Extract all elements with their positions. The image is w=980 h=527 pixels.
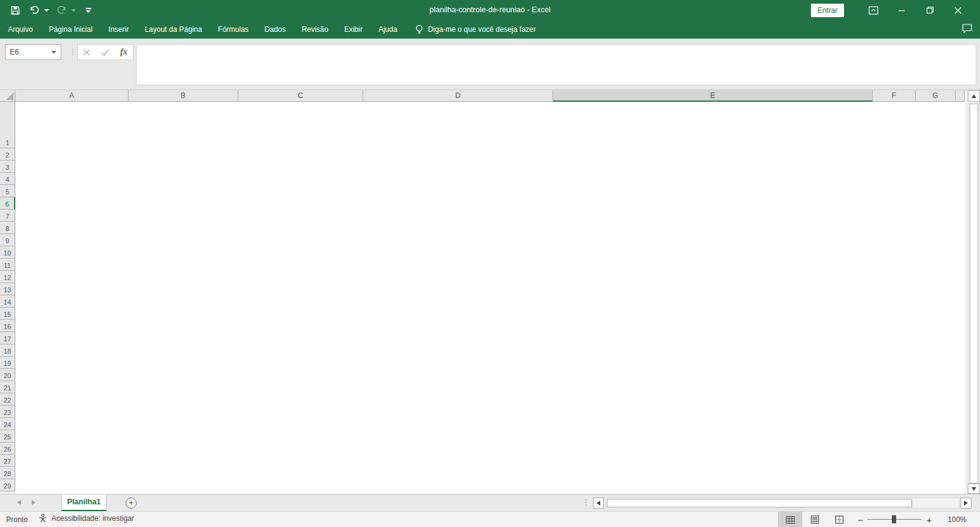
row-header-13[interactable]: 13: [0, 283, 15, 295]
row-header-12[interactable]: 12: [0, 271, 15, 283]
formula-bar-divider: ⋮: [69, 44, 77, 60]
ribbon-tab-bar: ArquivoPágina InicialInserirLayout da Pá…: [0, 20, 980, 39]
confirm-entry-icon[interactable]: [101, 49, 109, 56]
row-header-15[interactable]: 15: [0, 308, 15, 320]
column-header-g[interactable]: G: [916, 90, 956, 102]
column-header-a[interactable]: A: [15, 90, 129, 102]
row-header-28[interactable]: 28: [0, 467, 15, 479]
scroll-right-icon[interactable]: [960, 498, 971, 509]
page-break-preview-button[interactable]: [827, 512, 851, 527]
row-header-23[interactable]: 23: [0, 406, 15, 418]
row-header-1[interactable]: 1: [0, 102, 15, 148]
scroll-up-icon[interactable]: [968, 90, 980, 102]
ribbon-tab-arquivo[interactable]: Arquivo: [0, 20, 41, 39]
formula-input[interactable]: [136, 44, 976, 85]
ribbon-tab-página-inicial[interactable]: Página Inicial: [41, 20, 100, 39]
row-header-6[interactable]: 6: [0, 197, 15, 210]
row-header-4[interactable]: 4: [0, 173, 15, 185]
page-layout-view-button[interactable]: [802, 512, 827, 527]
tell-me-label: Diga-me o que você deseja fazer: [428, 25, 536, 34]
horizontal-scrollbar-thumb[interactable]: [607, 499, 912, 507]
ribbon-tab-revisão[interactable]: Revisão: [294, 20, 336, 39]
row-header-14[interactable]: 14: [0, 295, 15, 308]
row-header-8[interactable]: 8: [0, 222, 15, 234]
row-header-16[interactable]: 16: [0, 320, 15, 332]
row-header-11[interactable]: 11: [0, 259, 15, 271]
column-header-partial[interactable]: [956, 90, 965, 102]
column-header-f[interactable]: F: [873, 90, 916, 102]
spreadsheet-area: 2928272625242322212019181716151413121110…: [0, 90, 980, 494]
cancel-entry-icon[interactable]: [83, 49, 90, 56]
column-header-d[interactable]: D: [363, 90, 553, 102]
excel-window: planilha-controle-de-reuniao - Excel Ent…: [0, 0, 980, 527]
formula-bar-row: E6 ⋮ fx: [0, 39, 980, 90]
zoom-slider-thumb[interactable]: [892, 515, 896, 523]
column-header-c[interactable]: C: [238, 90, 363, 102]
status-bar: Pronto Acessibilidade: investigar − + 10…: [0, 511, 980, 527]
row-header-17[interactable]: 17: [0, 332, 15, 344]
status-ready-label: Pronto: [6, 515, 28, 524]
row-header-19[interactable]: 19: [0, 357, 15, 369]
minimize-button[interactable]: [888, 0, 916, 20]
insert-function-icon[interactable]: fx: [120, 47, 127, 57]
name-box-dropdown-icon[interactable]: [51, 51, 56, 54]
normal-view-button[interactable]: [778, 512, 802, 527]
accessibility-status[interactable]: Acessibilidade: investigar: [38, 514, 134, 523]
grid-background: [15, 102, 965, 494]
row-header-24[interactable]: 24: [0, 418, 15, 430]
feedback-comment-icon[interactable]: [962, 23, 973, 36]
vertical-scrollbar[interactable]: [968, 90, 980, 494]
select-all-triangle-icon: [6, 93, 13, 100]
tabbar-divider[interactable]: ⋮: [582, 498, 590, 507]
sheet-tab-bar: Planilha1 + ⋮: [0, 494, 980, 511]
row-header-9[interactable]: 9: [0, 234, 15, 246]
ribbon-tab-inserir[interactable]: Inserir: [100, 20, 137, 39]
new-sheet-button[interactable]: +: [126, 498, 137, 509]
row-header-27[interactable]: 27: [0, 455, 15, 467]
row-header-26[interactable]: 26: [0, 442, 15, 455]
horizontal-scrollbar[interactable]: [605, 498, 959, 509]
lightbulb-icon: [415, 25, 423, 34]
scroll-left-icon[interactable]: [593, 498, 604, 509]
scroll-down-icon[interactable]: [968, 483, 980, 494]
row-header-10[interactable]: 10: [0, 246, 15, 259]
row-header-2[interactable]: 2: [0, 148, 15, 161]
restore-button[interactable]: [916, 0, 944, 20]
zoom-in-button[interactable]: +: [925, 515, 933, 525]
tell-me-box[interactable]: Diga-me o que você deseja fazer: [415, 25, 536, 34]
ribbon-tabs: ArquivoPágina InicialInserirLayout da Pá…: [0, 20, 405, 39]
name-box[interactable]: E6: [5, 44, 61, 60]
ribbon-tab-ajuda[interactable]: Ajuda: [371, 20, 405, 39]
column-header-b[interactable]: B: [129, 90, 238, 102]
row-header-25[interactable]: 25: [0, 430, 15, 442]
ribbon-tab-layout-da-página[interactable]: Layout da Página: [137, 20, 209, 39]
sign-in-button[interactable]: Entrar: [811, 4, 844, 17]
zoom-slider[interactable]: [867, 519, 921, 520]
zoom-percentage[interactable]: 100%: [938, 515, 967, 524]
row-header-21[interactable]: 21: [0, 381, 15, 393]
next-sheet-icon[interactable]: [32, 500, 36, 505]
formula-buttons: fx: [77, 44, 134, 60]
ribbon-tab-exibir[interactable]: Exibir: [336, 20, 371, 39]
vertical-scrollbar-thumb[interactable]: [970, 104, 978, 483]
sheet-tab-planilha1[interactable]: Planilha1: [61, 495, 107, 511]
ribbon-display-options-icon[interactable]: [859, 0, 888, 20]
ribbon-tab-fórmulas[interactable]: Fórmulas: [210, 20, 257, 39]
row-header-20[interactable]: 20: [0, 369, 15, 381]
row-header-3[interactable]: 3: [0, 161, 15, 173]
row-header-7[interactable]: 7: [0, 210, 15, 222]
accessibility-icon: [38, 514, 48, 523]
close-button[interactable]: [944, 0, 972, 20]
row-header-5[interactable]: 5: [0, 185, 15, 197]
select-all-corner[interactable]: [0, 90, 15, 102]
ribbon-tab-dados[interactable]: Dados: [257, 20, 294, 39]
column-header-e[interactable]: E: [553, 90, 873, 102]
row-header-22[interactable]: 22: [0, 393, 15, 406]
zoom-out-button[interactable]: −: [856, 515, 865, 525]
accessibility-label: Acessibilidade: investigar: [51, 514, 134, 523]
row-header-18[interactable]: 18: [0, 344, 15, 357]
prev-sheet-icon[interactable]: [17, 500, 21, 505]
row-header-29[interactable]: 29: [0, 479, 15, 491]
title-bar: planilha-controle-de-reuniao - Excel Ent…: [0, 0, 980, 20]
name-box-value: E6: [10, 48, 19, 56]
